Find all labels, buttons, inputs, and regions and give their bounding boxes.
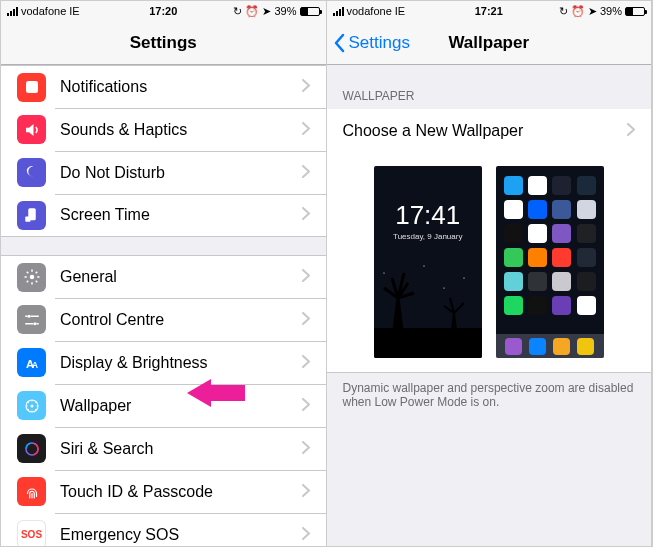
- notifications-icon: [17, 73, 46, 102]
- svg-point-5: [33, 322, 36, 325]
- dock: [496, 334, 604, 358]
- display-icon: AA: [17, 348, 46, 377]
- lock-screen-preview[interactable]: 17:41 Tuesday, 9 January: [374, 166, 482, 358]
- chevron-right-icon: [302, 121, 310, 139]
- back-label: Settings: [349, 33, 410, 53]
- status-bar: vodafone IE 17:21 ↻ ⏰ ➤ 39%: [327, 1, 652, 21]
- chevron-right-icon: [302, 311, 310, 329]
- settings-screen: vodafone IE 17:20 ↻ ⏰ ➤ 39% Settings Not…: [1, 1, 327, 546]
- battery-icon: [625, 7, 645, 16]
- svg-point-19: [423, 265, 424, 266]
- chevron-right-icon: [302, 78, 310, 96]
- sounds-icon: [17, 115, 46, 144]
- cell-label: Notifications: [60, 78, 302, 96]
- settings-cell-screentime[interactable]: Screen Time: [1, 194, 326, 237]
- back-button[interactable]: Settings: [333, 33, 410, 53]
- dnd-icon: [17, 158, 46, 187]
- chevron-right-icon: [302, 440, 310, 458]
- chevron-right-icon: [302, 397, 310, 415]
- controlcentre-icon: [17, 305, 46, 334]
- svg-text:A: A: [32, 360, 38, 369]
- settings-cell-sounds[interactable]: Sounds & Haptics: [1, 108, 326, 151]
- settings-cell-wallpaper[interactable]: Wallpaper: [1, 384, 326, 427]
- settings-cell-controlcentre[interactable]: Control Centre: [1, 298, 326, 341]
- svg-point-4: [27, 314, 30, 317]
- chevron-right-icon: [302, 526, 310, 544]
- cell-label: Wallpaper: [60, 397, 302, 415]
- settings-list: NotificationsSounds & HapticsDo Not Dist…: [1, 65, 326, 546]
- svg-rect-2: [25, 217, 30, 222]
- home-screen-preview[interactable]: [496, 166, 604, 358]
- svg-point-20: [463, 277, 464, 278]
- clock: 17:20: [1, 5, 326, 17]
- pointer-arrow: [187, 379, 245, 407]
- settings-cell-general[interactable]: General: [1, 255, 326, 298]
- status-bar: vodafone IE 17:20 ↻ ⏰ ➤ 39%: [1, 1, 326, 21]
- cell-label: Do Not Disturb: [60, 164, 302, 182]
- cell-label: Emergency SOS: [60, 526, 302, 544]
- svg-rect-17: [374, 328, 482, 358]
- chevron-right-icon: [302, 164, 310, 182]
- wallpaper-previews: 17:41 Tuesday, 9 January: [327, 152, 652, 373]
- cell-label: Touch ID & Passcode: [60, 483, 302, 501]
- chevron-right-icon: [302, 268, 310, 286]
- cell-label: Sounds & Haptics: [60, 121, 302, 139]
- settings-cell-display[interactable]: AADisplay & Brightness: [1, 341, 326, 384]
- svg-point-18: [383, 272, 384, 273]
- cell-label: Control Centre: [60, 311, 302, 329]
- sos-icon: SOS: [17, 520, 46, 546]
- svg-point-21: [443, 287, 444, 288]
- touchid-icon: [17, 477, 46, 506]
- clock: 17:21: [327, 5, 652, 17]
- battery-icon: [300, 7, 320, 16]
- cell-label: Siri & Search: [60, 440, 302, 458]
- settings-cell-dnd[interactable]: Do Not Disturb: [1, 151, 326, 194]
- footnote: Dynamic wallpaper and perspective zoom a…: [327, 373, 652, 417]
- nav-title: Settings: [130, 33, 197, 53]
- lock-date: Tuesday, 9 January: [374, 232, 482, 241]
- nav-bar: Settings Wallpaper: [327, 21, 652, 65]
- siri-icon: [17, 434, 46, 463]
- settings-cell-touchid[interactable]: Touch ID & Passcode: [1, 470, 326, 513]
- nav-title: Wallpaper: [448, 33, 529, 53]
- choose-wallpaper-label: Choose a New Wallpaper: [343, 122, 628, 140]
- wallpaper-screen: vodafone IE 17:21 ↻ ⏰ ➤ 39% Settings Wal…: [327, 1, 653, 546]
- lock-time: 17:41: [374, 200, 482, 231]
- cell-label: Screen Time: [60, 206, 302, 224]
- tree-illustration: [374, 258, 482, 358]
- chevron-right-icon: [302, 483, 310, 501]
- screentime-icon: [17, 201, 46, 230]
- cell-label: General: [60, 268, 302, 286]
- settings-cell-siri[interactable]: Siri & Search: [1, 427, 326, 470]
- chevron-right-icon: [627, 122, 635, 140]
- svg-rect-0: [26, 81, 38, 93]
- choose-wallpaper-cell[interactable]: Choose a New Wallpaper: [327, 109, 652, 152]
- svg-point-9: [30, 404, 33, 407]
- chevron-right-icon: [302, 206, 310, 224]
- svg-point-3: [29, 275, 34, 280]
- nav-bar: Settings: [1, 21, 326, 65]
- cell-label: Display & Brightness: [60, 354, 302, 372]
- chevron-right-icon: [302, 354, 310, 372]
- settings-cell-sos[interactable]: SOSEmergency SOS: [1, 513, 326, 546]
- section-header: WALLPAPER: [327, 83, 652, 109]
- general-icon: [17, 263, 46, 292]
- settings-cell-notifications[interactable]: Notifications: [1, 65, 326, 108]
- home-grid: [496, 166, 604, 325]
- wallpaper-icon: [17, 391, 46, 420]
